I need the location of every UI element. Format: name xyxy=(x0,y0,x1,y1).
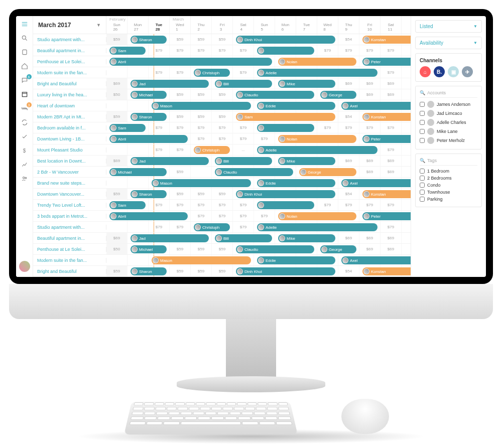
account-checkbox[interactable] xyxy=(420,129,425,134)
booking-bar[interactable]: Eddie xyxy=(257,102,335,110)
price-cell[interactable]: $79 xyxy=(191,211,212,221)
listing-name[interactable]: 3 beds appart in Metrot... xyxy=(33,214,106,219)
price-cell[interactable]: $59 xyxy=(106,189,128,199)
listing-name[interactable]: Mount Pleasant Studio xyxy=(33,147,106,153)
channel-icon[interactable]: ▣ xyxy=(448,66,459,77)
booking-bar[interactable]: Michael xyxy=(131,245,167,253)
user-avatar[interactable] xyxy=(19,261,30,272)
tag-row[interactable]: Condo xyxy=(420,182,477,189)
booking-bar[interactable]: Abril xyxy=(109,135,188,143)
price-cell[interactable]: $79 xyxy=(149,200,170,210)
price-cell[interactable]: $69 xyxy=(106,233,128,243)
booking-bar[interactable]: Sharon xyxy=(131,267,167,275)
price-cell[interactable]: $79 xyxy=(170,144,191,155)
price-cell[interactable] xyxy=(128,178,149,188)
booking-bar[interactable]: Konstan xyxy=(362,190,411,198)
booking-bar[interactable] xyxy=(257,124,314,132)
dollar-icon[interactable]: $ xyxy=(21,146,29,155)
day-header[interactable]: Sat4 xyxy=(233,16,254,34)
price-cell[interactable]: $79 xyxy=(233,67,254,78)
price-cell[interactable]: $79 xyxy=(191,200,212,210)
booking-bar[interactable]: Mike xyxy=(278,234,335,242)
price-cell[interactable]: $79 xyxy=(191,45,212,56)
price-cell[interactable]: $59 xyxy=(191,34,212,45)
booking-bar[interactable]: Christoph xyxy=(194,223,230,231)
listing-name[interactable]: Modern suite in the fan... xyxy=(33,70,106,75)
listing-name[interactable]: Best location in Downt... xyxy=(33,159,106,164)
price-cell[interactable]: $79 xyxy=(381,122,402,133)
price-cell[interactable]: $59 xyxy=(106,34,128,45)
account-checkbox[interactable] xyxy=(420,138,425,143)
price-cell[interactable]: $79 xyxy=(191,122,212,133)
price-cell[interactable]: $79 xyxy=(170,67,191,78)
accounts-search[interactable]: 🔍Accounts xyxy=(420,90,477,98)
price-cell[interactable]: $79 xyxy=(149,222,170,232)
price-cell[interactable] xyxy=(128,144,149,155)
price-cell[interactable]: $79 xyxy=(359,122,381,133)
account-checkbox[interactable] xyxy=(420,102,425,107)
booking-bar[interactable]: Dinh Khoi xyxy=(236,36,335,44)
price-cell[interactable]: $59 xyxy=(212,189,233,199)
day-header[interactable]: Thu2 xyxy=(191,16,212,34)
day-header[interactable]: Mon27 xyxy=(128,16,149,34)
price-cell[interactable]: $79 xyxy=(338,122,359,133)
booking-bar[interactable]: Axel xyxy=(341,179,411,187)
price-cell[interactable]: $59 xyxy=(191,89,212,100)
price-cell[interactable]: $69 xyxy=(381,244,402,254)
price-cell[interactable]: $79 xyxy=(233,45,254,56)
booking-bar[interactable]: Mike xyxy=(278,157,335,165)
day-header[interactable]: Wed8 xyxy=(317,16,338,34)
tag-checkbox[interactable] xyxy=(420,190,425,195)
booking-bar[interactable]: Christoph xyxy=(194,69,230,77)
listing-name[interactable]: Heart of downtown xyxy=(33,103,106,108)
day-header[interactable]: Sat11 xyxy=(381,16,402,34)
account-row[interactable]: James Anderson xyxy=(420,100,477,109)
price-cell[interactable]: $54 xyxy=(338,111,359,122)
booking-bar[interactable]: Bill xyxy=(215,157,272,165)
price-cell[interactable]: $79 xyxy=(317,45,338,56)
booking-bar[interactable]: Sharon xyxy=(131,36,167,44)
price-cell[interactable] xyxy=(106,67,128,78)
booking-bar[interactable]: Axel xyxy=(341,102,411,110)
price-cell[interactable] xyxy=(191,167,212,177)
booking-bar[interactable]: Konstan xyxy=(362,113,411,121)
booking-bar[interactable]: Sharon xyxy=(131,190,167,198)
price-cell[interactable] xyxy=(128,222,149,232)
listing-name[interactable]: Studio apartment with... xyxy=(33,37,106,42)
channel-icon[interactable]: B. xyxy=(434,66,445,77)
price-cell[interactable]: $79 xyxy=(212,133,233,144)
price-cell[interactable]: $79 xyxy=(233,200,254,210)
booking-bar[interactable]: Peter xyxy=(362,58,411,66)
day-header[interactable]: Tue7 xyxy=(296,16,317,34)
booking-bar[interactable]: Bill xyxy=(215,80,272,88)
booking-bar[interactable]: George xyxy=(320,245,356,253)
booking-bar[interactable] xyxy=(257,201,314,209)
price-cell[interactable]: $59 xyxy=(170,111,191,122)
listing-name[interactable]: Studio apartment with... xyxy=(33,225,106,230)
contacts-icon[interactable] xyxy=(21,48,29,56)
booking-bar[interactable]: Sam xyxy=(109,47,146,55)
account-row[interactable]: Adelle Charles xyxy=(420,118,477,127)
price-cell[interactable]: $54 xyxy=(338,266,359,276)
tag-checkbox[interactable] xyxy=(420,183,425,188)
price-cell[interactable] xyxy=(128,67,149,78)
booking-bar[interactable]: Peter xyxy=(362,212,411,220)
price-cell[interactable]: $79 xyxy=(317,122,338,133)
price-cell[interactable]: $59 xyxy=(106,266,128,276)
booking-bar[interactable]: Abril xyxy=(109,212,188,220)
account-checkbox[interactable] xyxy=(420,111,425,116)
price-cell[interactable]: $69 xyxy=(338,233,359,243)
day-header[interactable]: Tue28 xyxy=(149,16,170,34)
price-cell[interactable]: $79 xyxy=(212,122,233,133)
price-cell[interactable]: $69 xyxy=(106,78,128,89)
price-cell[interactable]: $54 xyxy=(338,189,359,199)
booking-bar[interactable]: Nolan xyxy=(278,135,356,143)
price-cell[interactable]: $79 xyxy=(381,45,402,56)
channel-icon[interactable]: ⌂ xyxy=(420,66,431,77)
price-cell[interactable] xyxy=(106,222,128,232)
tag-checkbox[interactable] xyxy=(420,176,425,181)
booking-bar[interactable]: Jad xyxy=(131,80,209,88)
booking-bar[interactable]: Nolan xyxy=(278,58,356,66)
price-cell[interactable]: $79 xyxy=(212,211,233,221)
day-header[interactable]: Fri10 xyxy=(359,16,381,34)
